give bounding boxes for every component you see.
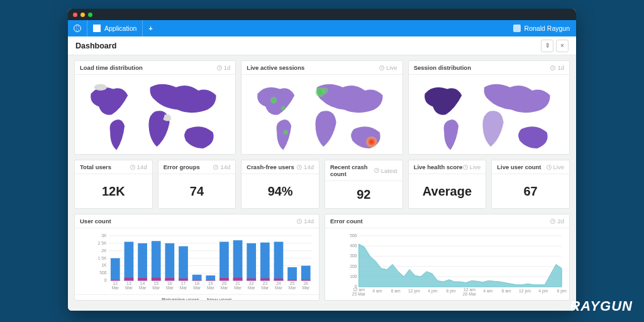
clock-icon — [463, 165, 468, 170]
card-error-count[interactable]: Error count 2d 010020030040050012 am25 M… — [325, 214, 570, 301]
kpi-card[interactable]: Recent crash countLatest92 — [325, 160, 403, 209]
card-title: Error count — [330, 218, 363, 225]
kpi-title: Recent crash count — [330, 164, 374, 177]
svg-rect-83 — [301, 265, 311, 280]
area-chart: 010020030040050012 am25 Mar4 am8 am12 pm… — [325, 228, 569, 301]
kpi-card[interactable]: Crash-free users14d94% — [241, 160, 319, 209]
clock-icon — [297, 219, 302, 224]
svg-rect-56 — [206, 280, 215, 280]
kpi-card[interactable]: Live user countLive67 — [491, 160, 570, 209]
bar-chart: 05001K1.5K2K2.5K3K12Mar13Mar14Mar15Mar16… — [75, 228, 319, 294]
window-close-dot[interactable] — [73, 13, 77, 17]
svg-rect-44 — [165, 278, 174, 280]
svg-text:Mar: Mar — [261, 286, 269, 290]
window-zoom-dot[interactable] — [88, 13, 92, 17]
kpi-value: 94% — [242, 174, 319, 208]
pin-button[interactable]: ✎ — [541, 40, 553, 52]
svg-rect-40 — [152, 278, 161, 281]
svg-text:Mar: Mar — [302, 286, 309, 290]
svg-text:4 pm: 4 pm — [428, 289, 437, 294]
dashboard-canvas: Load time distribution 1d — [68, 55, 576, 311]
card-session-distribution[interactable]: Session distribution 1d — [408, 60, 570, 155]
svg-rect-55 — [206, 275, 215, 280]
svg-text:Mar: Mar — [152, 286, 160, 290]
svg-text:Mar: Mar — [193, 286, 201, 290]
user-menu[interactable]: Ronald Raygun — [507, 25, 576, 32]
page-header: Dashboard ✎ × — [68, 36, 576, 55]
svg-rect-67 — [247, 243, 256, 280]
svg-rect-32 — [125, 278, 134, 281]
svg-rect-51 — [192, 275, 202, 281]
kpi-value: 67 — [492, 174, 569, 208]
svg-text:4 pm: 4 pm — [538, 289, 548, 294]
kpi-title: Live health score — [414, 164, 463, 170]
close-panel-button[interactable]: × — [556, 40, 569, 52]
nav-application-label: Application — [104, 25, 136, 32]
svg-rect-63 — [233, 240, 243, 280]
nav-application-button[interactable]: Application — [87, 20, 143, 36]
kpi-title: Total users — [80, 164, 111, 170]
clock-icon — [374, 168, 379, 173]
svg-text:8 am: 8 am — [502, 289, 511, 293]
svg-text:1K: 1K — [101, 263, 107, 267]
svg-rect-72 — [260, 278, 270, 280]
svg-text:26 Mar: 26 Mar — [463, 292, 477, 296]
svg-rect-79 — [287, 267, 297, 280]
svg-rect-28 — [111, 280, 120, 280]
svg-text:Mar: Mar — [111, 286, 119, 290]
svg-text:100: 100 — [350, 274, 357, 279]
card-user-count[interactable]: User count 14d 05001K1.5K2K2.5K3K12Mar13… — [74, 214, 319, 301]
card-load-time-distribution[interactable]: Load time distribution 1d — [74, 60, 236, 155]
svg-text:300: 300 — [350, 253, 357, 258]
card-title: Session distribution — [414, 64, 471, 71]
svg-text:8 am: 8 am — [391, 289, 401, 293]
svg-text:Mar: Mar — [221, 286, 228, 290]
svg-text:Mar: Mar — [234, 286, 242, 290]
svg-text:3K: 3K — [101, 233, 107, 238]
svg-text:400: 400 — [350, 243, 357, 248]
kpi-title: Live user count — [497, 164, 541, 170]
svg-text:Mar: Mar — [139, 286, 147, 290]
svg-text:8 pm: 8 pm — [557, 289, 567, 294]
kpi-card[interactable]: Live health scoreLiveAverage — [408, 160, 487, 209]
svg-rect-27 — [111, 258, 120, 281]
svg-rect-43 — [165, 243, 174, 280]
svg-point-4 — [282, 107, 285, 109]
avatar-icon — [513, 25, 521, 32]
svg-rect-64 — [233, 278, 243, 281]
svg-rect-71 — [260, 243, 270, 281]
kpi-title: Error groups — [164, 164, 200, 170]
svg-text:2.5K: 2.5K — [97, 241, 106, 245]
svg-text:Mar: Mar — [207, 286, 214, 290]
clock-icon — [379, 65, 384, 70]
svg-point-12 — [370, 140, 374, 143]
grid-icon — [93, 25, 101, 32]
svg-text:1.5K: 1.5K — [97, 256, 106, 260]
nav-add-button[interactable]: + — [143, 20, 158, 36]
svg-rect-35 — [138, 243, 147, 280]
world-map — [75, 75, 235, 155]
svg-rect-84 — [301, 280, 311, 280]
clock-icon — [550, 219, 555, 224]
app-window: Application + Ronald Raygun Dashboard ✎ … — [68, 9, 576, 311]
plus-icon: + — [148, 25, 152, 32]
svg-rect-60 — [219, 278, 229, 280]
svg-point-9 — [322, 87, 328, 94]
globe-icon — [74, 25, 81, 32]
svg-text:Mar: Mar — [180, 286, 187, 290]
svg-rect-75 — [274, 242, 284, 280]
card-live-active-sessions[interactable]: Live active sessions Live — [241, 60, 402, 155]
svg-text:2K: 2K — [101, 248, 107, 253]
kpi-card[interactable]: Error groups14d74 — [158, 160, 236, 209]
kpi-card[interactable]: Total users14d12K — [74, 160, 153, 209]
clock-icon — [217, 65, 222, 70]
world-map — [409, 75, 569, 155]
nav-globe-button[interactable] — [68, 20, 87, 36]
page-title: Dashboard — [75, 42, 116, 50]
svg-rect-47 — [179, 247, 188, 281]
kpi-value: 92 — [325, 181, 402, 208]
svg-rect-59 — [219, 242, 229, 280]
svg-point-0 — [94, 84, 107, 91]
window-minimize-dot[interactable] — [80, 13, 85, 17]
svg-text:500: 500 — [350, 233, 357, 238]
